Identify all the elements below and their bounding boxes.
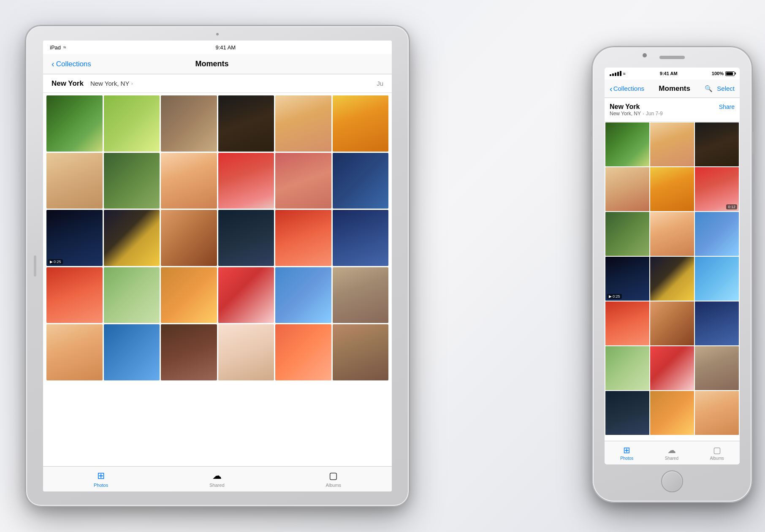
table-row[interactable] [161,267,217,323]
iphone-battery-percent: 100% [712,71,724,76]
list-item[interactable]: ▶0:25 [605,257,649,301]
iphone-vol-down-button [591,136,592,152]
ipad-tab-photos-label: Photos [94,483,108,488]
iphone-photos-scroll[interactable]: 0:12 ▶0:25 [605,122,740,441]
list-item[interactable] [695,346,739,390]
table-row[interactable] [218,153,274,209]
ipad-back-label: Collections [56,60,91,68]
table-row[interactable] [218,95,274,152]
list-item[interactable] [650,301,694,345]
iphone-navbar-actions: 🔍 Select [705,85,735,92]
ipad-back-button[interactable]: ‹ Collections [52,60,91,68]
ipad-tab-albums-label: Albums [326,483,341,488]
ipad-carrier-label: iPad [50,44,61,51]
list-item[interactable] [605,346,649,390]
table-row[interactable] [46,267,103,323]
table-row[interactable] [218,324,274,380]
iphone-back-label: Collections [613,85,644,92]
table-row[interactable] [275,324,331,380]
albums-tab-icon: ▢ [329,470,338,481]
table-row[interactable] [46,324,103,380]
list-item[interactable] [695,301,739,345]
table-row[interactable] [46,95,103,152]
table-row[interactable] [104,153,160,209]
list-item[interactable] [650,346,694,390]
iphone-home-button[interactable] [661,470,683,492]
iphone-tab-shared-label: Shared [665,456,678,461]
iphone-video-badge: 0:12 [726,204,737,209]
list-item[interactable] [650,391,694,435]
table-row[interactable]: ▶0:25 [46,210,103,266]
ipad-photo-grid: ▶0:25 [46,95,388,380]
iphone-search-button[interactable]: 🔍 [705,85,713,92]
iphone-battery-fill [726,72,733,75]
table-row[interactable] [104,267,160,323]
ipad-navbar: ‹ Collections Moments [43,54,392,74]
list-item[interactable]: 0:12 [695,167,739,211]
iphone-time: 9:41 AM [626,71,712,76]
table-row[interactable] [104,324,160,380]
table-row[interactable] [333,267,389,323]
iphone-select-button[interactable]: Select [717,85,735,92]
table-row[interactable] [104,210,160,266]
table-row[interactable] [218,267,274,323]
iphone-statusbar: ≈ 9:41 AM 100% [605,68,740,79]
ipad-tab-albums[interactable]: ▢ Albums [326,470,341,488]
list-item[interactable] [605,301,649,345]
table-row[interactable] [218,210,274,266]
ipad-back-chevron-icon: ‹ [52,60,54,68]
ipad-statusbar: iPad ≈ 9:41 AM [43,41,392,54]
table-row[interactable] [333,95,389,152]
table-row[interactable] [161,153,217,209]
photos-tab-icon: ⊞ [97,470,105,481]
iphone-shell: ≈ 9:41 AM 100% ‹ Collections Moments 🔍 [592,46,752,502]
ipad-tab-shared[interactable]: ☁ Shared [209,470,224,488]
iphone-navbar: ‹ Collections Moments 🔍 Select [605,79,740,98]
iphone-nav-title: Moments [644,84,705,93]
iphone-albums-tab-icon: ▢ [713,445,721,455]
table-row[interactable] [275,267,331,323]
table-row[interactable] [161,210,217,266]
table-row[interactable] [275,95,331,152]
iphone-tab-photos[interactable]: ⊞ Photos [620,445,633,461]
table-row[interactable] [46,153,103,209]
list-item[interactable] [650,257,694,301]
table-row[interactable] [275,210,331,266]
iphone-video-time-label: 0:25 [613,294,620,299]
iphone-location-bar: New York Share New York, NY › Jun 7-9 [605,98,740,122]
iphone-tab-albums[interactable]: ▢ Albums [710,445,724,461]
list-item[interactable] [650,167,694,211]
ipad-tab-photos[interactable]: ⊞ Photos [94,470,108,488]
table-row[interactable] [333,153,389,209]
table-row[interactable] [161,95,217,152]
ipad-photos-scroll[interactable]: ▶0:25 [43,93,392,466]
list-item[interactable] [605,167,649,211]
list-item[interactable] [695,257,739,301]
list-item[interactable] [605,212,649,256]
video-time-label: 0:25 [54,260,61,264]
iphone-back-button[interactable]: ‹ Collections [610,84,644,93]
iphone-camera [643,53,647,57]
iphone-tab-shared[interactable]: ☁ Shared [665,445,678,461]
iphone-photo-grid: 0:12 ▶0:25 [605,122,739,435]
table-row[interactable] [161,324,217,380]
ipad-city-label: New York [52,79,84,88]
video-duration-badge: ▶0:25 [48,259,63,264]
list-item[interactable] [605,122,649,166]
iphone-location-chevron-icon: › [643,111,644,116]
list-item[interactable] [605,391,649,435]
table-row[interactable] [333,324,389,380]
table-row[interactable] [275,153,331,209]
ipad-location-bar: New York New York, NY › Ju [43,74,392,93]
iphone-share-button[interactable]: Share [719,103,735,110]
table-row[interactable] [333,210,389,266]
list-item[interactable] [695,122,739,166]
list-item[interactable] [695,212,739,256]
list-item[interactable] [650,122,694,166]
table-row[interactable] [104,95,160,152]
ipad-location-detail[interactable]: New York, NY › [90,80,133,87]
iphone-vol-up-button [591,115,592,131]
list-item[interactable] [695,391,739,435]
list-item[interactable] [650,212,694,256]
iphone-video-badge-2: ▶0:25 [607,294,622,299]
